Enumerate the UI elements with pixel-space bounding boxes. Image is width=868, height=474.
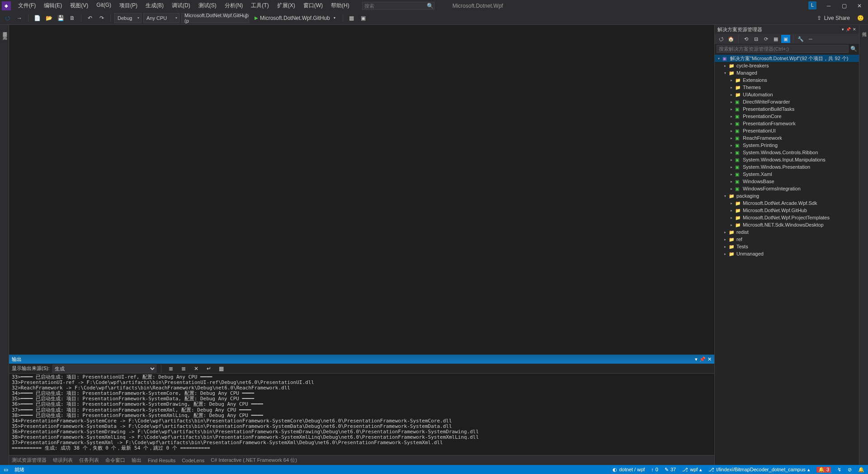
output-source-select[interactable]: 生成 (52, 365, 156, 373)
wrench-icon[interactable]: 🔧 (796, 35, 805, 43)
tree-item[interactable]: ▸▣PresentationCore (715, 113, 859, 120)
bottom-tab[interactable]: 任务列表 (79, 457, 99, 464)
tree-item[interactable]: ▸📁Microsoft.DotNet.Wpf.GitHub (715, 207, 859, 214)
save-all-icon[interactable]: 🗎 (67, 13, 77, 23)
open-icon[interactable]: 📂 (44, 13, 54, 23)
tree-item[interactable]: ▸▣System.Windows.Input.Manipulations (715, 156, 859, 163)
tree-item[interactable]: ▸📁redist (715, 228, 859, 236)
tree-item[interactable]: ▸📁Microsoft.DotNet.Wpf.ProjectTemplates (715, 214, 859, 221)
menu-item[interactable]: 测试(S) (195, 0, 220, 11)
output-text[interactable]: 33>━━━━ 已启动生成: 项目: PresentationUI-ref, 配… (9, 374, 714, 455)
dropdown-icon[interactable]: ▾ (695, 356, 698, 362)
menu-item[interactable]: 编辑(E) (40, 0, 66, 11)
minimize-button[interactable]: ─ (822, 1, 835, 10)
branch-path[interactable]: ⎇ t/lindexi/BitmapDecoder_dotnet_campus … (708, 467, 810, 473)
back-icon[interactable]: ⭯ (3, 13, 13, 23)
home2-icon[interactable]: 🏠 (726, 35, 736, 43)
goto-next-icon[interactable]: ≣ (179, 364, 189, 374)
search-input[interactable] (364, 3, 427, 9)
notification-badge[interactable]: 🔔3 (816, 467, 831, 473)
search-icon[interactable]: 🔍 (850, 46, 857, 52)
tree-item[interactable]: ▸▣System.Xaml (715, 171, 859, 178)
branch-wpf[interactable]: ⎇ wpf ▴ (682, 467, 702, 473)
toggle-icon[interactable]: ▦ (217, 364, 226, 374)
solution-explorer-header[interactable]: 解决方案资源管理器 ▾ 📌 ✕ (715, 25, 859, 34)
tree-item[interactable]: ▸▣ReachFramework (715, 134, 859, 142)
output-panel-header[interactable]: 输出 ▾ 📌 ✕ (9, 355, 714, 364)
menu-item[interactable]: 生成(B) (142, 0, 167, 11)
menu-item[interactable]: 调试(D) (168, 0, 194, 11)
tree-item[interactable]: ▾📁Managed (715, 69, 859, 76)
bottom-tab[interactable]: C# Interactive (.NET Framework 64 位) (211, 457, 297, 464)
menu-item[interactable]: 扩展(X) (274, 0, 299, 11)
tree-item[interactable]: ▸▣System.Windows.Controls.Ribbon (715, 149, 859, 156)
solution-root[interactable]: ▾▣解决方案"Microsoft.Dotnet.Wpf"(92 个项目，共 92… (715, 55, 859, 62)
sync-down[interactable]: ✎ 37 (665, 467, 676, 473)
home-icon[interactable]: ⭯ (717, 35, 726, 43)
tree-item[interactable]: ▸▣System.Windows.Presentation (715, 163, 859, 171)
live-share-button[interactable]: ⇪ Live Share (813, 15, 854, 21)
feedback-icon[interactable]: 🙂 (855, 13, 865, 23)
startup-project-combo[interactable]: Microsoft.DotNet.Wpf.GitHub (p (181, 13, 249, 23)
bottom-tab[interactable]: CodeLens (182, 458, 204, 463)
properties-icon[interactable]: ─ (806, 35, 815, 43)
wrap-icon[interactable]: ↵ (204, 364, 214, 374)
menu-item[interactable]: 分析(N) (221, 0, 247, 11)
menu-item[interactable]: 项目(P) (116, 0, 141, 11)
tree-item[interactable]: ▸▣WindowsFormsIntegration (715, 185, 859, 192)
tree-item[interactable]: ▾📁packaging (715, 192, 859, 199)
tree-item[interactable]: ▸📁Unmanaged (715, 250, 859, 257)
menu-item[interactable]: 帮助(H) (327, 0, 353, 11)
global-search[interactable]: 🔍 (362, 2, 434, 10)
tree-item[interactable]: ▸📁Extensions (715, 76, 859, 84)
bottom-tab[interactable]: 测试资源管理器 (12, 457, 47, 464)
forward-icon[interactable]: → (14, 13, 24, 23)
pin-icon[interactable]: 📌 (846, 27, 851, 32)
sync-icon[interactable]: ⟲ (741, 35, 750, 43)
tree-item[interactable]: ▸📁UIAutomation (715, 91, 859, 98)
configuration-combo[interactable]: Debug (114, 13, 142, 23)
tree-item[interactable]: ▸📁Themes (715, 84, 859, 91)
close-button[interactable]: ✕ (853, 1, 866, 10)
close-icon[interactable]: ✕ (853, 27, 856, 32)
menu-item[interactable]: Git(G) (93, 0, 115, 11)
task-icon[interactable]: ▭ (4, 467, 8, 473)
refresh-icon[interactable]: ⟳ (761, 35, 770, 43)
tree-item[interactable]: ▸📁Microsoft.NET.Sdk.WindowsDesktop (715, 221, 859, 228)
tree-item[interactable]: ▸📁Tests (715, 243, 859, 250)
show-all-icon[interactable]: ▦ (771, 35, 780, 43)
undo-icon[interactable]: ↶ (85, 13, 95, 23)
menu-item[interactable]: 视图(V) (66, 0, 92, 11)
start-debugging-button[interactable]: ▶ Microsoft.DotNet.Wpf.GitHub ▾ (251, 13, 339, 23)
right-toolwindow-rail[interactable]: 属性 (859, 25, 868, 465)
avatar[interactable]: L (808, 1, 816, 9)
save-icon[interactable]: 💾 (56, 13, 66, 23)
status-icon-2[interactable]: ⊘ (848, 467, 852, 473)
preview-icon[interactable]: ▣ (781, 35, 790, 43)
redo-icon[interactable]: ↷ (97, 13, 107, 23)
menu-item[interactable]: 窗口(W) (300, 0, 326, 11)
tree-item[interactable]: ▸▣PresentationFramework (715, 120, 859, 127)
platform-combo[interactable]: Any CPU (143, 13, 179, 23)
goto-prev-icon[interactable]: ≣ (166, 364, 176, 374)
sync-up[interactable]: ↑ 0 (651, 467, 658, 472)
tree-item[interactable]: ▸▣DirectWriteForwarder (715, 98, 859, 105)
close-icon[interactable]: ✕ (708, 356, 712, 362)
tool-icon-2[interactable]: ▣ (359, 13, 368, 23)
tree-item[interactable]: ▸📁Microsoft.DotNet.Arcade.Wpf.Sdk (715, 199, 859, 207)
collapse-icon[interactable]: ⊟ (751, 35, 760, 43)
solution-search-input[interactable] (717, 45, 849, 53)
tree-item[interactable]: ▸▣System.Printing (715, 142, 859, 149)
tree-item[interactable]: ▸▣WindowsBase (715, 178, 859, 185)
bottom-tab[interactable]: 输出 (132, 457, 142, 464)
tool-icon-1[interactable]: ▦ (347, 13, 357, 23)
clear-icon[interactable]: ✕ (191, 364, 201, 374)
status-icon-3[interactable]: 🔔 (858, 467, 864, 473)
tree-item[interactable]: ▸📁cycle-breakers (715, 62, 859, 69)
solution-tree[interactable]: ▾▣解决方案"Microsoft.Dotnet.Wpf"(92 个项目，共 92… (715, 54, 859, 465)
dropdown-icon[interactable]: ▾ (842, 27, 844, 32)
menu-item[interactable]: 文件(F) (14, 0, 39, 11)
bottom-tab[interactable]: 错误列表 (53, 457, 73, 464)
status-icon-1[interactable]: ↯ (837, 467, 841, 473)
tree-item[interactable]: ▸▣PresentationBuildTasks (715, 105, 859, 113)
